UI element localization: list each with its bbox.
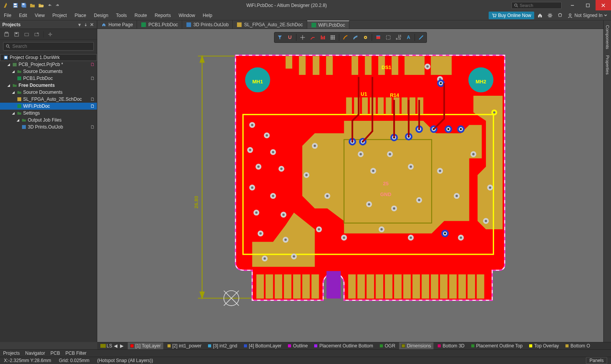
collapse-icon[interactable]: ◢ [11, 111, 15, 115]
layer-chip-dimensions[interactable]: Dimensions [399, 342, 433, 349]
menu-reports[interactable]: Reports [151, 11, 175, 20]
notifications-icon[interactable] [556, 11, 564, 20]
tab-pcb1[interactable]: PCB1.PcbDoc [137, 20, 182, 29]
tab-outjob[interactable]: 3D Prints.OutJob [182, 20, 233, 29]
layer-chip-int1power[interactable]: [2] int1_power [165, 342, 204, 349]
layer-chip-top-overlay[interactable]: Top Overlay [526, 342, 561, 349]
pcb-canvas[interactable]: 10 A 26.80 [97, 29, 603, 342]
buy-online-button[interactable]: Buy Online Now [489, 12, 534, 19]
tree-free-documents[interactable]: ◢ Free Documents [0, 82, 97, 89]
tree-source-documents-2[interactable]: ◢ Source Documents [0, 89, 97, 96]
panels-button[interactable]: Panels [586, 357, 607, 364]
svg-point-152 [455, 195, 458, 197]
tree-doc-outjob[interactable]: 3D Prints.OutJob 🗋 [0, 124, 97, 130]
collapse-icon[interactable]: ◢ [15, 118, 20, 122]
undo-icon[interactable] [46, 2, 53, 9]
global-search-input[interactable] [520, 3, 559, 8]
svg-text:MH1: MH1 [252, 79, 263, 85]
bottom-tab-navigator[interactable]: Navigator [25, 350, 45, 356]
layer-chip-int2gnd[interactable]: [3] int2_gnd [205, 342, 240, 349]
layer-chip-toplayer[interactable]: [1] TopLayer [128, 342, 163, 349]
polygon-icon[interactable] [374, 33, 383, 42]
tree-doc-schdoc[interactable]: SL_FPGA_Auto_2E.SchDoc 🗋 [0, 96, 97, 103]
collapse-icon[interactable]: ◢ [6, 62, 11, 67]
collapse-icon[interactable]: ◢ [11, 69, 15, 74]
menu-file[interactable]: File [0, 11, 15, 20]
tree-settings[interactable]: ◢ Settings [0, 110, 97, 117]
snap-icon[interactable] [285, 33, 294, 42]
filter-icon[interactable] [275, 33, 284, 42]
via-icon[interactable] [361, 33, 370, 42]
diff-pair-icon[interactable] [351, 33, 360, 42]
save-all-icon[interactable] [20, 2, 28, 9]
tree-project-group[interactable]: Project Group 1.DsnWrk [0, 54, 97, 61]
tab-wifi[interactable]: WiFi.PcbDoc [307, 20, 349, 29]
align-icon[interactable] [318, 33, 327, 42]
menu-window[interactable]: Window [175, 11, 199, 20]
open-project-icon[interactable] [37, 2, 45, 9]
redo-icon[interactable] [54, 2, 62, 9]
bottom-tab-pcb[interactable]: PCB [51, 350, 60, 356]
layer-next-icon[interactable]: ▶ [119, 343, 125, 349]
projects-search-box[interactable] [3, 42, 94, 51]
line-icon[interactable] [416, 33, 426, 42]
region-icon[interactable] [384, 33, 393, 42]
collapse-icon[interactable]: ◢ [6, 83, 11, 88]
menu-edit[interactable]: Edit [15, 11, 31, 20]
layer-chip-outline[interactable]: Outline [285, 342, 310, 349]
layer-chip-bottomlayer[interactable]: [4] BottomLayer [241, 342, 284, 349]
menu-tools[interactable]: Tools [112, 11, 131, 20]
maximize-button[interactable] [580, 0, 596, 10]
dimension-icon[interactable]: 10 [394, 33, 403, 42]
layer-chip-placement-bottom[interactable]: Placement Outline Bottom [311, 342, 375, 349]
gear-icon[interactable] [546, 11, 554, 20]
layer-set-label[interactable]: LS [107, 343, 112, 349]
menu-help[interactable]: Help [199, 11, 216, 20]
minimize-button[interactable] [565, 0, 580, 10]
tree-project[interactable]: ◢ PCB_Project.PrjPcb * 🗋 [0, 61, 97, 68]
menu-design[interactable]: Design [90, 11, 112, 20]
bottom-tab-projects[interactable]: Projects [3, 350, 20, 356]
layer-prev-icon[interactable]: ◀ [113, 343, 118, 349]
layer-chip-ogr[interactable]: OGR [377, 342, 398, 349]
save-icon[interactable] [12, 2, 19, 9]
compile-icon[interactable] [23, 31, 30, 38]
home-icon[interactable] [536, 11, 544, 20]
collapse-icon[interactable]: ◢ [11, 90, 15, 95]
project-settings-icon[interactable] [47, 31, 54, 38]
tab-home[interactable]: Home Page [97, 20, 137, 29]
open-folder-icon[interactable] [29, 2, 36, 9]
global-search[interactable] [511, 2, 562, 9]
layer-chip-bottom-overlay[interactable]: Bottom O [563, 342, 592, 349]
panel-dropdown-icon[interactable]: ▾ [77, 22, 82, 27]
bottom-tab-pcb-filter[interactable]: PCB Filter [65, 350, 86, 356]
projects-search-input[interactable] [12, 44, 91, 49]
project-open-icon[interactable] [3, 31, 10, 38]
menu-project[interactable]: Project [49, 11, 71, 20]
signin-button[interactable]: Not Signed In [566, 12, 609, 19]
right-tab-components[interactable]: Components [604, 22, 611, 52]
right-tab-properties[interactable]: Properties [604, 52, 611, 78]
menu-view[interactable]: View [31, 11, 49, 20]
layer-chip-bottom3d[interactable]: Bottom 3D [435, 342, 467, 349]
tree-doc-pcb1[interactable]: PCB1.PcbDoc 🗋 [0, 75, 97, 82]
panel-pin-icon[interactable] [83, 22, 88, 27]
tree-doc-wifi[interactable]: WiFi.PcbDoc 🗋 [0, 103, 97, 110]
tree-outjob-files[interactable]: ◢ Output Job Files [0, 117, 97, 124]
route-icon[interactable] [341, 33, 350, 42]
menu-place[interactable]: Place [71, 11, 90, 20]
project-save-icon[interactable] [13, 31, 20, 38]
open-indicator: 🗋 [90, 124, 95, 130]
tab-sch[interactable]: SL_FPGA_Auto_2E.SchDoc [233, 20, 307, 29]
menu-route[interactable]: Route [131, 11, 151, 20]
place-track-icon[interactable] [308, 33, 317, 42]
grid-icon[interactable] [328, 33, 337, 42]
vcs-icon[interactable] [33, 31, 40, 38]
layer-chip-placement-top[interactable]: Placement Outline Top [469, 342, 525, 349]
close-button[interactable] [596, 0, 611, 10]
crosshair-icon[interactable] [298, 33, 307, 42]
pcb-editor-view[interactable]: 26.80 [97, 29, 603, 342]
text-icon[interactable]: A [404, 33, 413, 42]
panel-close-icon[interactable]: ✕ [89, 22, 95, 27]
tree-source-documents[interactable]: ◢ Source Documents [0, 68, 97, 75]
